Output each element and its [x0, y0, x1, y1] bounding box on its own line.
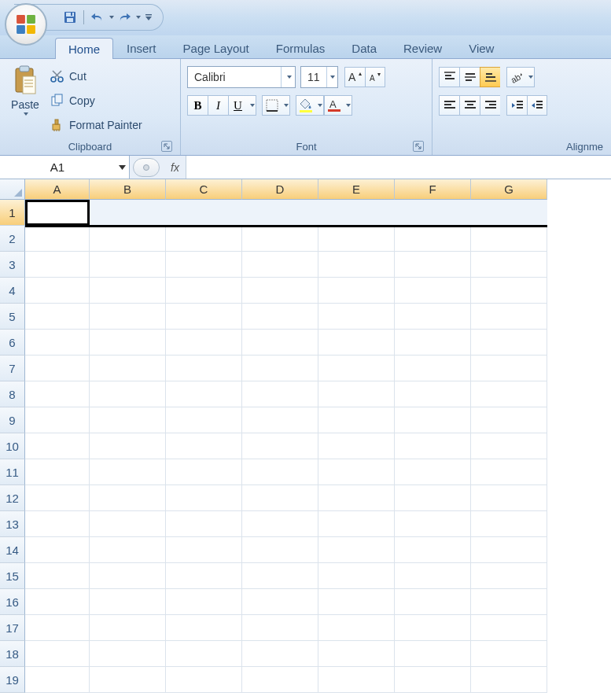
- row-header-9[interactable]: 9: [0, 407, 25, 433]
- cell-A7[interactable]: [25, 356, 90, 381]
- cell-E5[interactable]: [318, 304, 395, 330]
- cell-A17[interactable]: [25, 615, 90, 641]
- cell-D5[interactable]: [242, 304, 318, 330]
- cell-A14[interactable]: [25, 537, 90, 563]
- cell-E6[interactable]: [318, 330, 395, 356]
- cell-G18[interactable]: [471, 641, 547, 667]
- cell-A3[interactable]: [25, 252, 90, 278]
- tab-formulas[interactable]: Formulas: [263, 37, 339, 58]
- cell-B9[interactable]: [90, 407, 166, 433]
- cell-C3[interactable]: [166, 252, 242, 278]
- cell-G5[interactable]: [471, 304, 547, 330]
- cell-D8[interactable]: [242, 381, 318, 407]
- cell-G13[interactable]: [471, 511, 547, 537]
- fill-color-button[interactable]: [296, 95, 315, 116]
- increase-font-size-button[interactable]: A: [344, 67, 365, 87]
- cell-C7[interactable]: [166, 356, 242, 381]
- cell-E17[interactable]: [318, 615, 395, 641]
- cell-A16[interactable]: [25, 589, 90, 615]
- cell-A18[interactable]: [25, 641, 90, 667]
- qat-customize-icon[interactable]: [145, 14, 152, 20]
- cell-E1[interactable]: [318, 200, 395, 226]
- cell-F9[interactable]: [395, 407, 471, 433]
- cell-C5[interactable]: [166, 304, 242, 330]
- cell-E18[interactable]: [318, 641, 395, 667]
- row-header-11[interactable]: 11: [0, 459, 25, 485]
- align-middle-button[interactable]: [459, 67, 480, 87]
- cell-G19[interactable]: [471, 667, 547, 693]
- cell-G8[interactable]: [471, 381, 547, 407]
- cell-A19[interactable]: [25, 667, 90, 693]
- cell-B10[interactable]: [90, 433, 166, 459]
- cell-F11[interactable]: [395, 459, 471, 485]
- row-header-12[interactable]: 12: [0, 485, 25, 511]
- save-button[interactable]: [61, 8, 79, 27]
- cell-G1[interactable]: [471, 200, 547, 226]
- font-color-button[interactable]: A: [324, 95, 343, 116]
- row-header-13[interactable]: 13: [0, 511, 25, 537]
- orientation-dropdown[interactable]: [525, 67, 535, 87]
- cell-D14[interactable]: [242, 537, 318, 563]
- paste-button[interactable]: Paste: [5, 62, 46, 138]
- row-header-8[interactable]: 8: [0, 381, 25, 407]
- row-header-17[interactable]: 17: [0, 615, 25, 641]
- format-painter-button[interactable]: Format Painter: [50, 114, 142, 136]
- tab-data[interactable]: Data: [338, 37, 390, 58]
- decrease-indent-button[interactable]: [506, 95, 527, 116]
- column-header-B[interactable]: B: [90, 179, 166, 200]
- cell-C12[interactable]: [166, 485, 242, 511]
- column-header-E[interactable]: E: [318, 179, 395, 200]
- cell-D11[interactable]: [242, 459, 318, 485]
- cell-A15[interactable]: [25, 563, 90, 589]
- row-header-16[interactable]: 16: [0, 589, 25, 615]
- cell-E11[interactable]: [318, 459, 395, 485]
- align-left-button[interactable]: [439, 95, 459, 116]
- name-box[interactable]: A1: [0, 156, 130, 179]
- cell-E8[interactable]: [318, 381, 395, 407]
- cell-F17[interactable]: [395, 615, 471, 641]
- align-top-button[interactable]: [439, 67, 459, 87]
- cell-B13[interactable]: [90, 511, 166, 537]
- cell-B7[interactable]: [90, 356, 166, 381]
- row-header-2[interactable]: 2: [0, 226, 25, 252]
- undo-button[interactable]: [88, 8, 107, 27]
- cell-B3[interactable]: [90, 252, 166, 278]
- cell-E15[interactable]: [318, 563, 395, 589]
- cell-F19[interactable]: [395, 667, 471, 693]
- cell-D18[interactable]: [242, 641, 318, 667]
- cell-C6[interactable]: [166, 330, 242, 356]
- cell-B14[interactable]: [90, 537, 166, 563]
- cell-C9[interactable]: [166, 407, 242, 433]
- cell-C16[interactable]: [166, 589, 242, 615]
- italic-button[interactable]: I: [208, 95, 228, 116]
- cell-B6[interactable]: [90, 330, 166, 356]
- cell-D12[interactable]: [242, 485, 318, 511]
- fill-color-dropdown[interactable]: [315, 95, 324, 116]
- cell-G11[interactable]: [471, 459, 547, 485]
- row-header-15[interactable]: 15: [0, 563, 25, 589]
- cell-B8[interactable]: [90, 381, 166, 407]
- cell-B2[interactable]: [90, 226, 166, 252]
- cell-C11[interactable]: [166, 459, 242, 485]
- formula-cancel-button[interactable]: [133, 158, 160, 177]
- cell-C8[interactable]: [166, 381, 242, 407]
- cell-D10[interactable]: [242, 433, 318, 459]
- borders-dropdown[interactable]: [281, 95, 290, 116]
- cell-A1[interactable]: [25, 200, 90, 226]
- cell-D1[interactable]: [242, 200, 318, 226]
- tab-review[interactable]: Review: [390, 37, 455, 58]
- cell-C19[interactable]: [166, 667, 242, 693]
- increase-indent-button[interactable]: [527, 95, 547, 116]
- cell-C1[interactable]: [166, 200, 242, 226]
- cell-F12[interactable]: [395, 485, 471, 511]
- cell-G6[interactable]: [471, 330, 547, 356]
- align-bottom-button[interactable]: [480, 67, 500, 87]
- row-header-10[interactable]: 10: [0, 433, 25, 459]
- cell-F16[interactable]: [395, 589, 471, 615]
- cell-F3[interactable]: [395, 252, 471, 278]
- cell-C2[interactable]: [166, 226, 242, 252]
- cell-B11[interactable]: [90, 459, 166, 485]
- cell-F5[interactable]: [395, 304, 471, 330]
- cell-G7[interactable]: [471, 356, 547, 381]
- borders-button[interactable]: [262, 95, 281, 116]
